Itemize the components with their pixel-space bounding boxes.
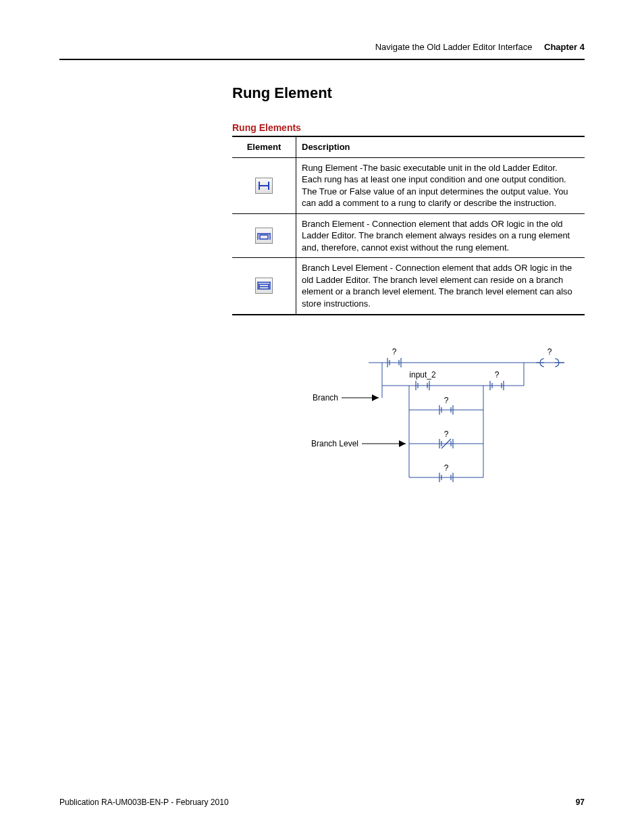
q-label: ? (444, 396, 449, 405)
q-label: ? (547, 347, 552, 357)
section-heading: Rung Element (232, 84, 585, 102)
table-row: Branch Level Element - Connection elemen… (232, 258, 585, 315)
header-chapter-label: Chapter 4 (544, 42, 585, 52)
rung-elements-table: Element Description (232, 136, 585, 315)
col-description: Description (296, 136, 585, 157)
q-label: ? (444, 429, 449, 439)
branch-element-icon (255, 228, 273, 244)
table-cell-description: Rung Element -The basic executable unit … (296, 157, 585, 213)
branch-level-element-icon (255, 278, 273, 294)
svg-rect-6 (260, 235, 268, 239)
q-label: ? (444, 463, 449, 473)
branch-level-label: Branch Level (311, 439, 358, 448)
page-footer: Publication RA-UM003B-EN-P - February 20… (59, 798, 585, 807)
page-number: 97 (576, 798, 585, 807)
rung-element-icon (255, 178, 273, 194)
col-element: Element (232, 136, 296, 157)
table-cell-description: Branch Element - Connection element that… (296, 213, 585, 258)
input2-label: input_2 (409, 370, 436, 380)
table-caption: Rung Elements (232, 122, 585, 133)
publication-info: Publication RA-UM003B-EN-P - February 20… (59, 798, 229, 807)
page-header: Navigate the Old Ladder Editor Interface… (59, 42, 585, 60)
table-cell-description: Branch Level Element - Connection elemen… (296, 258, 585, 315)
header-section-title: Navigate the Old Ladder Editor Interface (375, 42, 533, 52)
svg-marker-49 (372, 394, 379, 401)
table-row: Rung Element -The basic executable unit … (232, 157, 585, 213)
svg-marker-52 (399, 440, 406, 447)
q-label: ? (392, 347, 397, 357)
q-label: ? (495, 370, 500, 380)
ladder-diagram: ? ? input (232, 342, 585, 498)
table-row: Branch Element - Connection element that… (232, 213, 585, 258)
table-header-row: Element Description (232, 136, 585, 157)
branch-label: Branch (313, 393, 338, 402)
